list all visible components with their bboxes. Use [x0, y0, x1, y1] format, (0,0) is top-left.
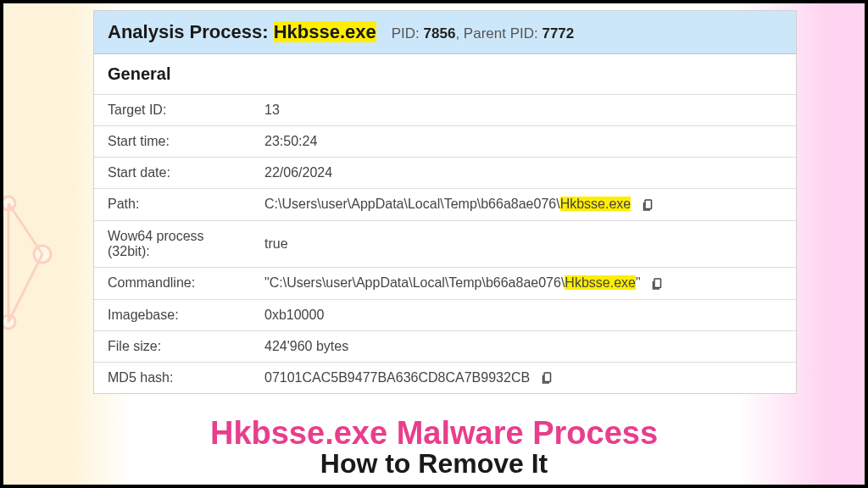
row-label: Target ID: — [94, 95, 251, 126]
table-row: File size: 424'960 bytes — [94, 330, 796, 362]
copy-icon[interactable] — [649, 276, 665, 291]
cmd-prefix: "C:\Users\user\AppData\Local\Temp\b66a8a… — [264, 275, 565, 290]
row-label: File size: — [94, 330, 251, 362]
table-row: Start time: 23:50:24 — [94, 126, 796, 158]
parent-pid-value: 7772 — [542, 25, 574, 42]
md5-value: 07101CAC5B9477BA636CD8CA7B9932CB — [264, 370, 530, 385]
process-name-highlight: Hkbsse.exe — [274, 21, 376, 42]
footer-line1: Hkbsse.exe Malware Process — [0, 415, 868, 452]
table-row: Imagebase: 0xb10000 — [94, 299, 796, 330]
svg-rect-6 — [645, 200, 652, 209]
decorative-graph-icon — [0, 152, 59, 373]
svg-rect-8 — [544, 373, 551, 382]
table-row: Wow64 process (32bit): true — [94, 220, 796, 267]
row-value: 22/06/2024 — [251, 158, 796, 189]
row-label: Commandline: — [94, 267, 251, 299]
general-table: Target ID: 13 Start time: 23:50:24 Start… — [94, 95, 796, 393]
table-row: MD5 hash: 07101CAC5B9477BA636CD8CA7B9932… — [94, 362, 796, 393]
cmd-highlight: Hkbsse.exe — [565, 275, 636, 290]
cmd-suffix: " — [636, 275, 641, 290]
row-label: Start date: — [94, 158, 251, 189]
row-value: 0xb10000 — [251, 299, 796, 330]
pid-label: PID: — [392, 25, 424, 42]
path-highlight: Hkbsse.exe — [560, 197, 632, 211]
path-prefix: C:\Users\user\AppData\Local\Temp\b66a8ae… — [264, 197, 560, 211]
table-row: Commandline: "C:\Users\user\AppData\Loca… — [94, 267, 796, 299]
copy-icon[interactable] — [640, 197, 655, 213]
svg-rect-7 — [654, 279, 661, 288]
row-value: C:\Users\user\AppData\Local\Temp\b66a8ae… — [251, 189, 796, 221]
pid-value: 7856 — [424, 25, 456, 42]
svg-line-3 — [8, 203, 42, 254]
row-value: 23:50:24 — [251, 126, 796, 158]
row-value: 13 — [251, 95, 796, 126]
row-label: Start time: — [94, 126, 251, 158]
title-prefix: Analysis Process: — [108, 21, 274, 42]
row-value: "C:\Users\user\AppData\Local\Temp\b66a8a… — [251, 267, 796, 299]
row-value: 424'960 bytes — [251, 330, 796, 362]
copy-icon[interactable] — [539, 370, 554, 385]
footer-caption: Hkbsse.exe Malware Process How to Remove… — [0, 415, 868, 480]
row-label: Wow64 process (32bit): — [94, 220, 251, 267]
row-value: 07101CAC5B9477BA636CD8CA7B9932CB — [251, 362, 796, 393]
table-row: Path: C:\Users\user\AppData\Local\Temp\b… — [94, 189, 796, 221]
footer-line2: How to Remove It — [0, 448, 868, 480]
row-label: Imagebase: — [94, 299, 251, 330]
analysis-title: Analysis Process: Hkbsse.exe — [108, 21, 376, 43]
table-row: Start date: 22/06/2024 — [94, 158, 796, 189]
row-label: MD5 hash: — [94, 362, 251, 393]
general-section-title: General — [94, 54, 796, 95]
analysis-panel: Analysis Process: Hkbsse.exe PID: 7856, … — [93, 10, 797, 394]
svg-line-4 — [8, 254, 42, 322]
row-value: true — [251, 220, 796, 267]
analysis-header: Analysis Process: Hkbsse.exe PID: 7856, … — [94, 11, 796, 54]
pid-info: PID: 7856, Parent PID: 7772 — [392, 25, 575, 42]
parent-pid-sep: , Parent PID: — [455, 25, 542, 42]
table-row: Target ID: 13 — [94, 95, 796, 126]
row-label: Path: — [94, 189, 251, 221]
